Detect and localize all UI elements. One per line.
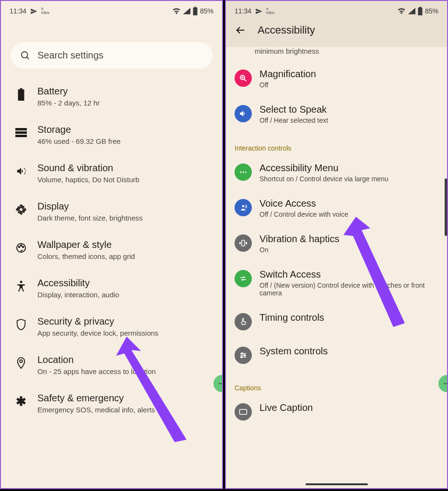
settings-item-security[interactable]: Security & privacyApp security, device l… xyxy=(1,307,222,346)
battery-icon xyxy=(417,7,423,15)
search-placeholder: Search settings xyxy=(37,50,104,61)
send-icon xyxy=(255,8,262,15)
wifi-icon xyxy=(397,8,406,14)
svg-point-12 xyxy=(20,360,23,363)
switch-icon xyxy=(235,270,252,287)
svg-rect-25 xyxy=(242,240,245,246)
accessibility-icon xyxy=(14,280,28,293)
dots-icon xyxy=(235,164,252,181)
emergency-icon: ✱ xyxy=(14,395,28,408)
svg-point-27 xyxy=(241,353,243,354)
net-rate: 5KB/s xyxy=(41,7,49,15)
svg-point-31 xyxy=(241,356,242,358)
settings-item-display[interactable]: DisplayDark theme, font size, brightness xyxy=(1,192,222,231)
svg-rect-32 xyxy=(240,409,247,415)
signal-icon xyxy=(408,8,415,14)
send-icon xyxy=(30,8,37,15)
svg-point-33 xyxy=(444,383,446,385)
svg-point-13 xyxy=(219,383,221,385)
caption-icon xyxy=(235,403,252,421)
settings-item-battery[interactable]: Battery85% - 2 days, 12 hr xyxy=(1,77,222,116)
settings-item-location[interactable]: LocationOn - 25 apps have access to loca… xyxy=(1,346,222,384)
vibration-icon xyxy=(235,234,252,252)
page-title: Accessibility xyxy=(258,24,315,36)
screen-settings-main: 11:34 5KB/s 85% Search settings Battery8… xyxy=(0,0,223,489)
accessibility-item-system-controls[interactable]: System controls xyxy=(226,338,447,372)
scrollbar[interactable] xyxy=(445,178,447,236)
section-header-captions: Captions xyxy=(226,372,447,395)
svg-point-11 xyxy=(20,281,23,283)
partial-subtitle: minimum brightness xyxy=(255,47,447,55)
svg-point-10 xyxy=(23,246,24,248)
battery-icon xyxy=(192,7,198,15)
accessibility-item-timing[interactable]: Timing controls xyxy=(226,304,447,338)
sliders-icon xyxy=(235,347,252,364)
screen-accessibility: 11:34 4KB/s 85% Accessibility minimum br… xyxy=(225,0,448,489)
signal-icon xyxy=(183,8,190,14)
shield-icon xyxy=(14,318,28,331)
section-header-interaction: Interaction controls xyxy=(226,132,447,155)
speaker-icon xyxy=(235,105,252,122)
svg-point-22 xyxy=(242,171,244,173)
voice-icon xyxy=(235,199,252,216)
search-settings-input[interactable]: Search settings xyxy=(11,42,212,69)
settings-item-sound[interactable]: Sound & vibrationVolume, haptics, Do Not… xyxy=(1,154,222,192)
svg-point-21 xyxy=(240,171,241,173)
status-time: 11:34 xyxy=(10,7,26,15)
nav-handle[interactable] xyxy=(306,483,368,485)
svg-point-29 xyxy=(244,355,246,356)
touch-icon xyxy=(235,313,252,330)
accessibility-item-vibration[interactable]: Vibration & hapticsOn xyxy=(226,226,447,261)
storage-icon xyxy=(14,126,28,140)
net-rate: 4KB/s xyxy=(266,7,274,15)
svg-line-2 xyxy=(27,57,29,59)
svg-rect-0 xyxy=(193,9,197,15)
battery-percent: 85% xyxy=(425,7,438,15)
accessibility-item-voice-access[interactable]: Voice AccessOff / Control device with vo… xyxy=(226,190,447,226)
svg-point-1 xyxy=(22,51,28,58)
svg-point-14 xyxy=(222,383,223,385)
svg-point-34 xyxy=(447,383,448,385)
accessibility-item-live-caption[interactable]: Live Caption xyxy=(226,395,447,428)
status-bar: 11:34 5KB/s 85% xyxy=(1,1,222,19)
settings-item-wallpaper[interactable]: Wallpaper & styleColors, themed icons, a… xyxy=(1,231,222,269)
accessibility-item-menu[interactable]: Accessibility MenuShortcut on / Control … xyxy=(226,155,447,190)
settings-item-accessibility[interactable]: AccessibilityDisplay, interaction, audio xyxy=(1,269,222,307)
svg-rect-3 xyxy=(15,128,27,130)
accessibility-item-select-to-speak[interactable]: Select to SpeakOff / Hear selected text xyxy=(226,96,447,132)
zoom-in-icon xyxy=(235,70,252,87)
sound-icon xyxy=(14,164,28,178)
svg-rect-5 xyxy=(15,135,27,137)
accessibility-item-switch-access[interactable]: Switch AccessOff / (New version) Control… xyxy=(226,261,447,304)
svg-point-8 xyxy=(19,246,20,248)
search-icon xyxy=(20,50,31,61)
settings-item-safety[interactable]: ✱ Safety & emergencyEmergency SOS, medic… xyxy=(1,384,222,422)
accessibility-item-magnification[interactable]: MagnificationOff xyxy=(226,61,447,96)
svg-point-23 xyxy=(245,171,246,173)
back-icon[interactable] xyxy=(236,25,246,35)
svg-point-24 xyxy=(242,205,245,208)
svg-point-9 xyxy=(21,245,22,246)
app-bar: 11:34 4KB/s 85% Accessibility xyxy=(226,1,447,47)
battery-percent: 85% xyxy=(200,7,213,15)
svg-rect-4 xyxy=(15,131,27,134)
svg-line-18 xyxy=(244,79,247,82)
status-time: 11:34 xyxy=(235,7,251,15)
battery-icon xyxy=(14,88,28,101)
settings-item-storage[interactable]: Storage46% used - 69.32 GB free xyxy=(1,116,222,154)
brightness-icon xyxy=(14,203,28,216)
wifi-icon xyxy=(172,8,181,14)
palette-icon xyxy=(14,241,28,255)
location-icon xyxy=(14,356,28,370)
